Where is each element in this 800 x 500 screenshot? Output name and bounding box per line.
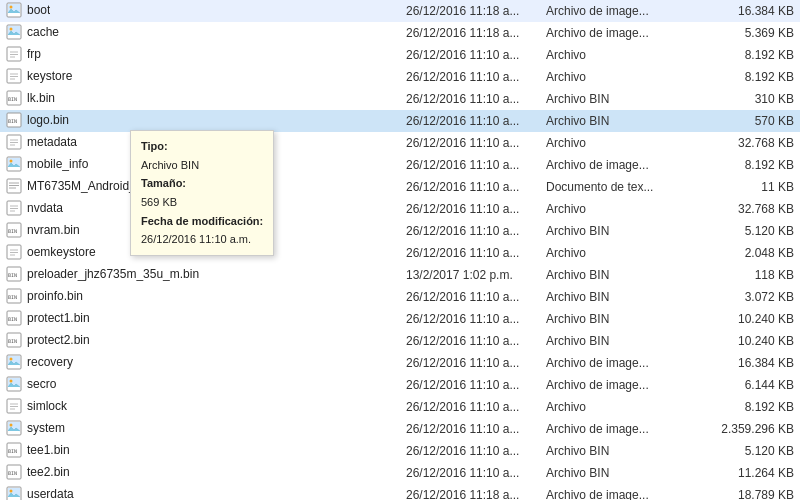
file-bin-icon: BIN xyxy=(6,222,22,238)
file-type: Archivo de image... xyxy=(540,154,700,176)
table-row[interactable]: BIN nvram.bin26/12/2016 11:10 a...Archiv… xyxy=(0,220,800,242)
file-type: Archivo BIN xyxy=(540,286,700,308)
file-type: Archivo BIN xyxy=(540,88,700,110)
file-bin-icon: BIN xyxy=(6,266,22,282)
file-icon xyxy=(6,46,22,62)
file-image-icon xyxy=(6,354,22,370)
file-type: Archivo BIN xyxy=(540,110,700,132)
table-row[interactable]: userdata26/12/2016 11:18 a...Archivo de … xyxy=(0,484,800,500)
table-row[interactable]: metadata26/12/2016 11:10 a...Archivo32.7… xyxy=(0,132,800,154)
file-bin-icon: BIN xyxy=(6,310,22,326)
file-size: 8.192 KB xyxy=(700,66,800,88)
file-date: 13/2/2017 1:02 p.m. xyxy=(400,264,540,286)
file-image-icon xyxy=(6,156,22,172)
file-image-icon xyxy=(6,24,22,40)
svg-point-59 xyxy=(10,424,13,427)
file-date: 26/12/2016 11:10 a... xyxy=(400,418,540,440)
file-type: Archivo BIN xyxy=(540,220,700,242)
file-image-icon xyxy=(6,420,22,436)
file-list[interactable]: boot26/12/2016 11:18 a...Archivo de imag… xyxy=(0,0,800,500)
file-date: 26/12/2016 11:10 a... xyxy=(400,132,540,154)
file-size: 32.768 KB xyxy=(700,132,800,154)
table-row[interactable]: BIN preloader_jhz6735m_35u_m.bin13/2/201… xyxy=(0,264,800,286)
table-row[interactable]: mobile_info26/12/2016 11:10 a...Archivo … xyxy=(0,154,800,176)
file-name: keystore xyxy=(27,69,72,83)
file-name: logo.bin xyxy=(27,113,69,127)
file-type: Archivo de image... xyxy=(540,418,700,440)
file-type: Archivo BIN xyxy=(540,264,700,286)
file-type: Archivo xyxy=(540,44,700,66)
file-date: 26/12/2016 11:10 a... xyxy=(400,462,540,484)
file-name: lk.bin xyxy=(27,91,55,105)
file-type: Archivo BIN xyxy=(540,330,700,352)
table-row[interactable]: keystore26/12/2016 11:10 a...Archivo8.19… xyxy=(0,66,800,88)
table-row[interactable]: secro26/12/2016 11:10 a...Archivo de ima… xyxy=(0,374,800,396)
table-row[interactable]: MT6735M_Android_...26/12/2016 11:10 a...… xyxy=(0,176,800,198)
file-date: 26/12/2016 11:10 a... xyxy=(400,198,540,220)
file-type: Archivo BIN xyxy=(540,308,700,330)
file-date: 26/12/2016 11:18 a... xyxy=(400,0,540,22)
table-row[interactable]: boot26/12/2016 11:18 a...Archivo de imag… xyxy=(0,0,800,22)
table-row[interactable]: cache26/12/2016 11:18 a...Archivo de ima… xyxy=(0,22,800,44)
file-type: Archivo xyxy=(540,396,700,418)
file-name: boot xyxy=(27,3,50,17)
file-size: 3.072 KB xyxy=(700,286,800,308)
file-name: MT6735M_Android_... xyxy=(27,179,146,193)
table-row[interactable]: system26/12/2016 11:10 a...Archivo de im… xyxy=(0,418,800,440)
file-date: 26/12/2016 11:10 a... xyxy=(400,396,540,418)
file-table: boot26/12/2016 11:18 a...Archivo de imag… xyxy=(0,0,800,500)
file-name: frp xyxy=(27,47,41,61)
file-date: 26/12/2016 11:10 a... xyxy=(400,66,540,88)
file-date: 26/12/2016 11:10 a... xyxy=(400,374,540,396)
table-row[interactable]: oemkeystore26/12/2016 11:10 a...Archivo2… xyxy=(0,242,800,264)
file-date: 26/12/2016 11:10 a... xyxy=(400,308,540,330)
svg-text:BIN: BIN xyxy=(8,470,17,476)
table-row[interactable]: nvdata26/12/2016 11:10 a...Archivo32.768… xyxy=(0,198,800,220)
file-bin-icon: BIN xyxy=(6,90,22,106)
svg-point-5 xyxy=(10,28,13,31)
file-type: Archivo xyxy=(540,66,700,88)
file-manager-container: boot26/12/2016 11:18 a...Archivo de imag… xyxy=(0,0,800,500)
file-date: 26/12/2016 11:10 a... xyxy=(400,88,540,110)
file-name: cache xyxy=(27,25,59,39)
svg-text:BIN: BIN xyxy=(8,448,17,454)
file-date: 26/12/2016 11:18 a... xyxy=(400,22,540,44)
table-row[interactable]: BIN lk.bin26/12/2016 11:10 a...Archivo B… xyxy=(0,88,800,110)
svg-point-66 xyxy=(10,490,13,493)
file-size: 32.768 KB xyxy=(700,198,800,220)
file-type: Archivo xyxy=(540,198,700,220)
file-name: tee1.bin xyxy=(27,443,70,457)
table-row[interactable]: frp26/12/2016 11:10 a...Archivo8.192 KB xyxy=(0,44,800,66)
file-date: 26/12/2016 11:10 a... xyxy=(400,110,540,132)
table-row[interactable]: BIN protect1.bin26/12/2016 11:10 a...Arc… xyxy=(0,308,800,330)
file-type: Archivo de image... xyxy=(540,484,700,500)
table-row[interactable]: simlock26/12/2016 11:10 a...Archivo8.192… xyxy=(0,396,800,418)
file-image-icon xyxy=(6,376,22,392)
file-size: 10.240 KB xyxy=(700,330,800,352)
svg-text:BIN: BIN xyxy=(8,338,17,344)
file-size: 310 KB xyxy=(700,88,800,110)
table-row[interactable]: BIN protect2.bin26/12/2016 11:10 a...Arc… xyxy=(0,330,800,352)
file-name: userdata xyxy=(27,487,74,500)
file-size: 10.240 KB xyxy=(700,308,800,330)
svg-text:BIN: BIN xyxy=(8,96,17,102)
table-row[interactable]: BIN tee1.bin26/12/2016 11:10 a...Archivo… xyxy=(0,440,800,462)
file-type: Archivo de image... xyxy=(540,374,700,396)
file-name: preloader_jhz6735m_35u_m.bin xyxy=(27,267,199,281)
table-row[interactable]: BIN proinfo.bin26/12/2016 11:10 a...Arch… xyxy=(0,286,800,308)
file-name: proinfo.bin xyxy=(27,289,83,303)
file-name: protect2.bin xyxy=(27,333,90,347)
file-type: Archivo de image... xyxy=(540,352,700,374)
file-type: Archivo BIN xyxy=(540,462,700,484)
file-icon xyxy=(6,244,22,260)
file-type: Archivo BIN xyxy=(540,440,700,462)
svg-point-2 xyxy=(10,6,13,9)
file-text-icon xyxy=(6,178,22,194)
table-row[interactable]: recovery26/12/2016 11:10 a...Archivo de … xyxy=(0,352,800,374)
file-name: protect1.bin xyxy=(27,311,90,325)
file-date: 26/12/2016 11:10 a... xyxy=(400,242,540,264)
file-icon xyxy=(6,134,22,150)
table-row[interactable]: BIN logo.bin26/12/2016 11:10 a...Archivo… xyxy=(0,110,800,132)
svg-text:BIN: BIN xyxy=(8,228,17,234)
table-row[interactable]: BIN tee2.bin26/12/2016 11:10 a...Archivo… xyxy=(0,462,800,484)
